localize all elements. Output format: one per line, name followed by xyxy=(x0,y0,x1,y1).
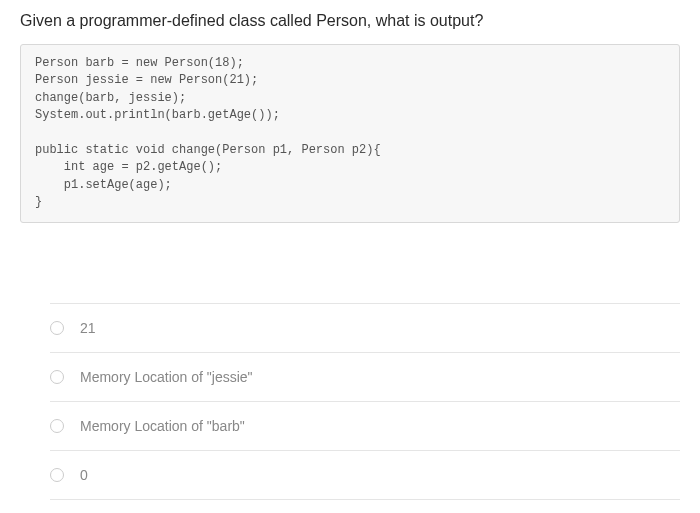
question-title: Given a programmer-defined class called … xyxy=(20,12,680,30)
option-4[interactable]: 18 xyxy=(50,500,680,513)
option-1[interactable]: Memory Location of "jessie" xyxy=(50,353,680,402)
code-block: Person barb = new Person(18); Person jes… xyxy=(20,44,680,223)
radio-icon xyxy=(50,468,64,482)
option-label: Memory Location of "barb" xyxy=(80,418,245,434)
option-label: Memory Location of "jessie" xyxy=(80,369,253,385)
radio-icon xyxy=(50,370,64,384)
option-label: 21 xyxy=(80,320,96,336)
option-3[interactable]: 0 xyxy=(50,451,680,500)
option-label: 0 xyxy=(80,467,88,483)
radio-icon xyxy=(50,419,64,433)
radio-icon xyxy=(50,321,64,335)
options-list: 21 Memory Location of "jessie" Memory Lo… xyxy=(20,303,680,513)
option-0[interactable]: 21 xyxy=(50,303,680,353)
option-2[interactable]: Memory Location of "barb" xyxy=(50,402,680,451)
